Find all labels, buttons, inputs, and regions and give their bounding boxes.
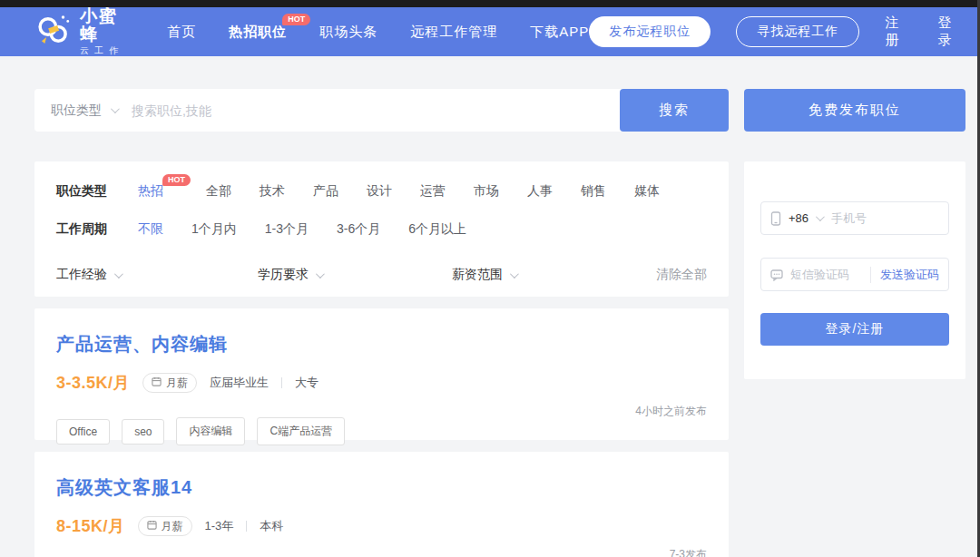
filter-option-media[interactable]: 媒体 (634, 183, 660, 200)
filter-option-product[interactable]: 产品 (313, 183, 338, 200)
chevron-down-icon (816, 212, 825, 221)
job-tag[interactable]: 内容编辑 (176, 417, 245, 445)
filter-option-operations[interactable]: 运营 (420, 183, 446, 200)
phone-icon (770, 211, 781, 226)
salary-range-dropdown-label: 薪资范围 (452, 267, 503, 283)
education-dropdown[interactable]: 学历要求 (258, 267, 322, 283)
filter-row-dropdowns: 工作经验 学历要求 薪资范围 清除全部 (56, 264, 707, 286)
site-logo[interactable]: 小蜜蜂 云工作 (34, 7, 136, 56)
find-remote-job-button[interactable]: 寻找远程工作 (736, 16, 859, 47)
sms-code-field[interactable]: 发送验证码 (760, 258, 949, 291)
job-tag[interactable]: seo (122, 419, 164, 445)
nav-item-hot-jobs-label: 热招职位 (229, 24, 287, 39)
screen-top-edge (0, 0, 980, 7)
sms-code-input[interactable] (790, 268, 870, 281)
job-salary: 8-15K/月 (56, 515, 125, 537)
phone-field[interactable]: +86 (760, 201, 949, 235)
clear-all-button[interactable]: 清除全部 (656, 267, 707, 283)
job-experience: 应届毕业生 (210, 375, 269, 391)
job-experience: 1-3年 (205, 518, 234, 534)
chevron-down-icon (111, 104, 120, 113)
filter-option-hot-label: 热招 (138, 183, 163, 198)
filter-options: 热招 HOT 全部 技术 产品 设计 运营 市场 人事 销售 媒体 (138, 183, 660, 200)
filter-option-sales[interactable]: 销售 (581, 183, 606, 200)
main-nav: 首页 热招职位 HOT 职场头条 远程工作管理 下载APP (167, 24, 589, 41)
nav-item-remote-management[interactable]: 远程工作管理 (410, 24, 497, 41)
login-register-button[interactable]: 登录/注册 (760, 313, 949, 346)
experience-dropdown-label: 工作经验 (56, 267, 107, 283)
main-content: 职位类型 搜索 职位类型 热招 HOT 全部 技术 产品 设计 运营 (0, 56, 980, 557)
job-card[interactable]: 高级英文客服14 8-15K/月 月薪 1-3年 本科 英语客服 7-3发布 (34, 452, 729, 557)
logo-subtitle: 云工作 (80, 45, 136, 56)
publish-remote-job-button[interactable]: 发布远程职位 (589, 16, 710, 47)
job-title[interactable]: 产品运营、内容编辑 (56, 332, 707, 357)
salary-type-badge: 月薪 (142, 373, 197, 393)
left-column: 职位类型 搜索 职位类型 热招 HOT 全部 技术 产品 设计 运营 (34, 89, 729, 557)
bee-logo-icon (34, 11, 73, 53)
header-actions: 发布远程职位 寻找远程工作 注册 登录 (589, 15, 965, 49)
filter-option-3-6-months[interactable]: 3-6个月 (337, 221, 380, 238)
logo-text: 小蜜蜂 云工作 (80, 7, 136, 56)
nav-item-home[interactable]: 首页 (167, 24, 196, 41)
right-column: 免费发布职位 +86 发送验证码 登录/注册 (744, 89, 965, 557)
login-panel: +86 发送验证码 登录/注册 (744, 161, 965, 379)
sms-message-icon (770, 269, 783, 281)
country-code[interactable]: +86 (789, 211, 808, 225)
search-button[interactable]: 搜索 (620, 89, 729, 132)
register-link[interactable]: 注册 (885, 15, 912, 49)
hot-badge: HOT (162, 174, 191, 186)
filter-option-hot[interactable]: 热招 HOT (138, 183, 163, 200)
filter-option-within-1-month[interactable]: 1个月内 (191, 221, 237, 238)
filter-option-tech[interactable]: 技术 (260, 183, 285, 200)
job-posted-time: 4小时之前发布 (635, 404, 707, 419)
salary-type-label: 月薪 (166, 376, 188, 391)
filter-panel: 职位类型 热招 HOT 全部 技术 产品 设计 运营 市场 人事 销售 媒体 (34, 161, 729, 297)
filter-row-job-type: 职位类型 热招 HOT 全部 技术 产品 设计 运营 市场 人事 销售 媒体 (56, 181, 707, 202)
salary-range-dropdown[interactable]: 薪资范围 (452, 267, 516, 283)
nav-item-career-news[interactable]: 职场头条 (319, 24, 377, 41)
job-type-dropdown-label: 职位类型 (51, 103, 102, 119)
filter-option-design[interactable]: 设计 (367, 183, 392, 200)
job-education: 大专 (295, 375, 318, 391)
filter-option-unlimited[interactable]: 不限 (138, 221, 163, 238)
chevron-down-icon (316, 269, 325, 278)
chevron-down-icon (510, 269, 519, 278)
job-tag[interactable]: C端产品运营 (257, 417, 345, 445)
job-tags: Office seo 内容编辑 C端产品运营 (56, 417, 707, 445)
job-meta: 8-15K/月 月薪 1-3年 本科 (56, 515, 707, 537)
search-input[interactable] (132, 89, 620, 132)
send-code-button[interactable]: 发送验证码 (870, 267, 939, 283)
education-dropdown-label: 学历要求 (258, 267, 309, 283)
filter-option-1-3-months[interactable]: 1-3个月 (265, 221, 309, 238)
job-salary: 3-3.5K/月 (56, 372, 130, 394)
filter-row-work-period: 工作周期 不限 1个月内 1-3个月 3-6个月 6个月以上 (56, 219, 707, 240)
filter-label: 工作周期 (56, 221, 138, 238)
filter-options: 不限 1个月内 1-3个月 3-6个月 6个月以上 (138, 221, 466, 238)
logo-title: 小蜜蜂 (80, 7, 136, 44)
phone-input[interactable] (831, 211, 939, 225)
filter-option-hr[interactable]: 人事 (527, 183, 553, 200)
calendar-icon (147, 520, 157, 533)
meta-divider (281, 377, 282, 388)
calendar-icon (152, 376, 162, 389)
nav-item-download-app[interactable]: 下载APP (530, 24, 589, 41)
salary-type-label: 月薪 (162, 519, 183, 534)
experience-dropdown[interactable]: 工作经验 (56, 267, 121, 283)
job-posted-time: 7-3发布 (670, 547, 707, 557)
job-card[interactable]: 产品运营、内容编辑 3-3.5K/月 月薪 应届毕业生 大专 Office se… (34, 308, 729, 440)
chevron-down-icon (114, 269, 123, 278)
filter-option-all[interactable]: 全部 (206, 183, 231, 200)
job-title[interactable]: 高级英文客服14 (56, 475, 707, 500)
login-link[interactable]: 登录 (938, 15, 965, 49)
filter-option-over-6-months[interactable]: 6个月以上 (408, 221, 466, 238)
job-tag[interactable]: Office (56, 419, 110, 445)
free-publish-job-button[interactable]: 免费发布职位 (744, 89, 965, 132)
meta-divider (246, 521, 247, 532)
job-education: 本科 (260, 518, 283, 534)
nav-item-hot-jobs[interactable]: 热招职位 HOT (229, 24, 287, 41)
search-bar: 职位类型 搜索 (34, 89, 729, 132)
job-type-dropdown[interactable]: 职位类型 (34, 103, 132, 119)
filter-option-marketing[interactable]: 市场 (474, 183, 499, 200)
hot-badge: HOT (282, 14, 310, 25)
main-header: 小蜜蜂 云工作 首页 热招职位 HOT 职场头条 远程工作管理 下载APP 发布… (0, 7, 980, 56)
